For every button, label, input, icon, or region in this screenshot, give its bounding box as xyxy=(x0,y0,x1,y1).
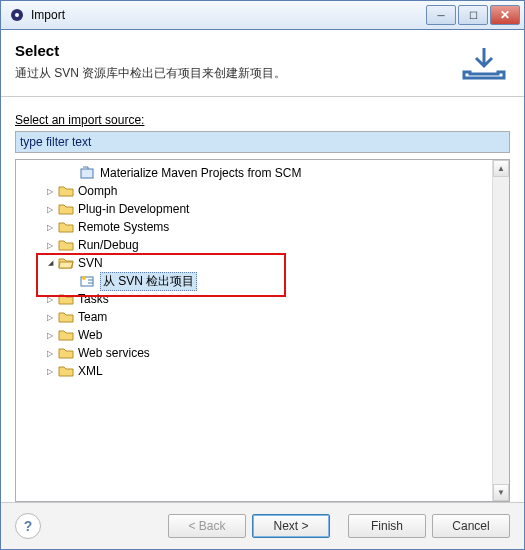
import-tree[interactable]: Materialize Maven Projects from SCM Oomp… xyxy=(18,164,507,380)
scroll-down-button[interactable]: ▼ xyxy=(493,484,509,501)
tree-item[interactable]: Tasks xyxy=(40,290,507,308)
tree-item[interactable]: XML xyxy=(40,362,507,380)
tree-item-label: Plug-in Development xyxy=(78,202,189,216)
page-description: 通过从 SVN 资源库中检出已有项目来创建新项目。 xyxy=(15,65,458,82)
tree-item-label: Web services xyxy=(78,346,150,360)
tree-item[interactable]: Run/Debug xyxy=(40,236,507,254)
tree-item-label: Remote Systems xyxy=(78,220,169,234)
wizard-leaf-icon xyxy=(80,274,96,288)
scroll-up-button[interactable]: ▲ xyxy=(493,160,509,177)
next-button[interactable]: Next > xyxy=(252,514,330,538)
folder-icon xyxy=(58,310,74,324)
expand-icon xyxy=(66,167,78,179)
button-bar: ? < Back Next > Finish Cancel xyxy=(1,502,524,549)
window-title: Import xyxy=(31,8,426,22)
import-icon xyxy=(458,42,510,82)
source-label: Select an import source: xyxy=(15,113,510,127)
expand-icon[interactable] xyxy=(44,185,56,197)
tree-item-label: Web xyxy=(78,328,102,342)
folder-icon xyxy=(58,364,74,378)
filter-input[interactable] xyxy=(15,131,510,153)
tree-item-label: Run/Debug xyxy=(78,238,139,252)
tree-item[interactable]: Plug-in Development xyxy=(40,200,507,218)
svg-point-4 xyxy=(82,276,86,280)
expand-icon[interactable] xyxy=(44,311,56,323)
expand-icon[interactable] xyxy=(44,329,56,341)
help-button[interactable]: ? xyxy=(15,513,41,539)
expand-icon[interactable] xyxy=(44,239,56,251)
expand-icon[interactable] xyxy=(44,293,56,305)
minimize-button[interactable]: ─ xyxy=(426,5,456,25)
folder-icon xyxy=(58,184,74,198)
maximize-button[interactable]: ☐ xyxy=(458,5,488,25)
back-button[interactable]: < Back xyxy=(168,514,246,538)
dialog: Select 通过从 SVN 资源库中检出已有项目来创建新项目。 Select … xyxy=(0,30,525,550)
tree-item-label: Team xyxy=(78,310,107,324)
collapse-icon[interactable] xyxy=(44,257,56,269)
tree-item-svn-checkout[interactable]: 从 SVN 检出项目 xyxy=(62,272,507,290)
tree-item[interactable]: Web xyxy=(40,326,507,344)
svg-point-1 xyxy=(15,13,19,17)
tree-item[interactable]: Oomph xyxy=(40,182,507,200)
tree-item-label: Oomph xyxy=(78,184,117,198)
folder-icon xyxy=(58,238,74,252)
app-icon xyxy=(9,7,25,23)
expand-icon[interactable] xyxy=(44,365,56,377)
folder-open-icon xyxy=(58,256,74,270)
folder-icon xyxy=(58,328,74,342)
tree-item[interactable]: Remote Systems xyxy=(40,218,507,236)
folder-icon xyxy=(58,292,74,306)
tree-item-svn[interactable]: SVN xyxy=(40,254,507,272)
folder-icon xyxy=(58,202,74,216)
wizard-body: Select an import source: Materialize Mav… xyxy=(1,97,524,502)
tree-item[interactable]: Web services xyxy=(40,344,507,362)
wizard-header: Select 通过从 SVN 资源库中检出已有项目来创建新项目。 xyxy=(1,30,524,97)
scroll-track[interactable] xyxy=(493,177,509,484)
tree-item-label: Materialize Maven Projects from SCM xyxy=(100,166,301,180)
tree-item-label: XML xyxy=(78,364,103,378)
close-button[interactable]: ✕ xyxy=(490,5,520,25)
folder-icon xyxy=(58,346,74,360)
expand-icon[interactable] xyxy=(44,347,56,359)
tree-item-label: SVN xyxy=(78,256,103,270)
expand-icon xyxy=(66,275,78,287)
tree-container: Materialize Maven Projects from SCM Oomp… xyxy=(15,159,510,502)
wizard-leaf-icon xyxy=(80,166,96,180)
tree-item-label: 从 SVN 检出项目 xyxy=(100,272,197,291)
expand-icon[interactable] xyxy=(44,221,56,233)
finish-button[interactable]: Finish xyxy=(348,514,426,538)
titlebar: Import ─ ☐ ✕ xyxy=(0,0,525,30)
tree-item[interactable]: Materialize Maven Projects from SCM xyxy=(62,164,507,182)
folder-icon xyxy=(58,220,74,234)
cancel-button[interactable]: Cancel xyxy=(432,514,510,538)
scrollbar[interactable]: ▲ ▼ xyxy=(492,160,509,501)
tree-item-label: Tasks xyxy=(78,292,109,306)
expand-icon[interactable] xyxy=(44,203,56,215)
page-title: Select xyxy=(15,42,458,59)
svg-rect-2 xyxy=(81,169,93,178)
tree-item[interactable]: Team xyxy=(40,308,507,326)
